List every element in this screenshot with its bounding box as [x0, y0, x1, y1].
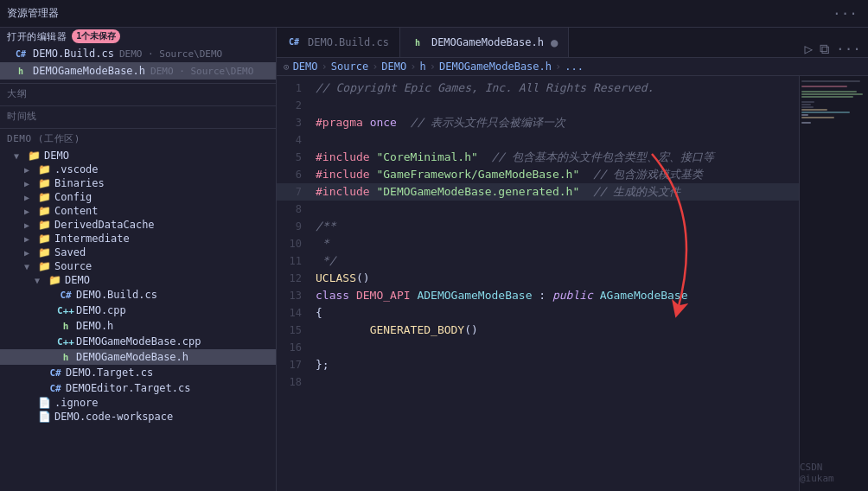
- line-number: 15: [277, 322, 316, 339]
- top-bar-menu[interactable]: ···: [833, 5, 858, 22]
- arrow-icon: ▶: [24, 248, 35, 258]
- breadcrumb-demo[interactable]: DEMO: [293, 61, 318, 73]
- line-number: 8: [277, 201, 316, 218]
- open-file-build-cs[interactable]: C# DEMO.Build.cs DEMO · Source\DEMO: [0, 45, 276, 62]
- tab-build-cs[interactable]: C# DEMO.Build.cs: [277, 28, 400, 57]
- code-line: 15 GENERATED_BODY(): [277, 322, 799, 339]
- code-line: 8: [277, 201, 799, 218]
- tree-item-config[interactable]: ▶ 📁 Config: [0, 190, 276, 204]
- file-path: DEMO · Source\DEMO: [119, 48, 222, 60]
- main-layout: 打开的编辑器 1个未保存 C# DEMO.Build.cs DEMO · Sou…: [0, 28, 868, 491]
- folder-icon: 📁: [38, 163, 51, 175]
- file-name: DEMOGameModeBase.h: [33, 65, 145, 77]
- tree-label: Config: [54, 191, 92, 203]
- tree-item-content[interactable]: ▶ 📁 Content: [0, 204, 276, 218]
- tree-label: .ignore: [54, 397, 99, 409]
- tab-gamemode-h[interactable]: h DEMOGameModeBase.h ●: [400, 28, 569, 57]
- cs-file-icon: C#: [48, 366, 62, 379]
- open-file-header[interactable]: h DEMOGameModeBase.h DEMO · Source\DEMO: [0, 62, 276, 80]
- folder-icon: 📁: [38, 246, 51, 258]
- breadcrumb-more[interactable]: ...: [565, 61, 584, 73]
- breadcrumb: ⊙ DEMO › Source › DEMO › h › DEMOGameMod…: [277, 58, 868, 76]
- tree-label: DEMOEditor.Target.cs: [66, 382, 191, 394]
- tab-bar-actions: ▷ ⧉ ···: [797, 41, 868, 57]
- line-number: 11: [277, 252, 316, 270]
- folder-open-icon: 📁: [28, 150, 41, 162]
- tree-item-saved[interactable]: ▶ 📁 Saved: [0, 246, 276, 259]
- code-line: 4: [277, 131, 799, 149]
- tree-item-source[interactable]: ▼ 📁 Source: [0, 259, 276, 273]
- tree-label: DEMO.Target.cs: [66, 367, 153, 379]
- line-number: 5: [277, 149, 316, 166]
- tree-item-target-cs[interactable]: C# DEMO.Target.cs: [0, 365, 276, 380]
- line-content: #pragma once // 表示头文件只会被编译一次: [316, 114, 799, 131]
- file-tree[interactable]: ▼ 📁 DEMO ▶ 📁 .vscode ▶ 📁 Binaries ▶ 📁 Co…: [0, 149, 276, 491]
- tree-label: DEMO.Build.cs: [76, 289, 157, 301]
- line-number: 3: [277, 114, 316, 131]
- outline-label: 大纲: [7, 88, 27, 99]
- tree-item-gamemode-h[interactable]: h DEMOGameModeBase.h: [0, 349, 276, 365]
- folder-icon: 📁: [38, 177, 51, 189]
- editor-area: C# DEMO.Build.cs h DEMOGameModeBase.h ● …: [277, 28, 868, 491]
- breadcrumb-h[interactable]: h: [420, 61, 426, 73]
- tree-item-demo-cpp[interactable]: C++ DEMO.cpp: [0, 303, 276, 318]
- tree-label: .vscode: [54, 163, 99, 175]
- watermark: CSDN @iukam: [800, 462, 861, 484]
- tree-label: Saved: [54, 246, 86, 258]
- code-editor[interactable]: 1 // Copyright Epic Games, Inc. All Righ…: [277, 76, 799, 491]
- line-content: [316, 131, 799, 149]
- breadcrumb-file[interactable]: DEMOGameModeBase.h: [439, 61, 552, 73]
- arrow-icon: ▼: [35, 276, 45, 285]
- cpp-file-icon: C++: [59, 303, 73, 317]
- tree-item-vscode[interactable]: ▶ 📁 .vscode: [0, 163, 276, 176]
- line-number: 1: [277, 80, 316, 97]
- breadcrumb-demo2[interactable]: DEMO: [381, 61, 406, 73]
- line-content: *: [316, 235, 799, 252]
- tree-label: DEMOGameModeBase.cpp: [76, 335, 201, 348]
- tree-item-ignore[interactable]: 📄 .ignore: [0, 396, 276, 410]
- folder-icon: 📁: [38, 233, 51, 245]
- h-tab-icon: h: [411, 35, 424, 49]
- code-line: 3 #pragma once // 表示头文件只会被编译一次: [277, 114, 799, 131]
- line-number: 18: [277, 373, 316, 391]
- line-number: 17: [277, 356, 316, 373]
- line-number: 7: [277, 183, 316, 201]
- tree-item-deriveddata[interactable]: ▶ 📁 DerivedDataCache: [0, 218, 276, 232]
- folder-open-icon: 📁: [48, 274, 61, 286]
- tree-item-editor-target[interactable]: C# DEMOEditor.Target.cs: [0, 380, 276, 396]
- tree-item-binaries[interactable]: ▶ 📁 Binaries: [0, 176, 276, 190]
- tree-label: DEMO: [44, 150, 69, 162]
- code-line: 6 #include "GameFramework/GameModeBase.h…: [277, 166, 799, 183]
- line-content: GENERATED_BODY(): [316, 322, 799, 339]
- cs-icon: C#: [14, 47, 28, 61]
- split-icon[interactable]: ⧉: [820, 41, 829, 57]
- tree-item-workspace[interactable]: 📄 DEMO.code-workspace: [0, 410, 276, 424]
- tree-item-demo-root[interactable]: ▼ 📁 DEMO: [0, 149, 276, 163]
- folder-icon: 📁: [38, 219, 51, 231]
- run-icon[interactable]: ▷: [804, 41, 813, 57]
- line-content: #include "DEMOGameModeBase.generated.h" …: [316, 183, 799, 201]
- line-number: 16: [277, 339, 316, 356]
- more-icon[interactable]: ···: [836, 41, 861, 57]
- line-number: 13: [277, 287, 316, 304]
- line-number: 10: [277, 235, 316, 252]
- tree-item-intermediate[interactable]: ▶ 📁 Intermediate: [0, 232, 276, 246]
- arrow-icon: ▶: [24, 165, 35, 175]
- tree-item-gamemode-cpp[interactable]: C++ DEMOGameModeBase.cpp: [0, 334, 276, 349]
- tree-label: DEMO.code-workspace: [54, 411, 173, 423]
- h-file-icon: h: [59, 350, 73, 364]
- breadcrumb-sep: ›: [430, 61, 436, 73]
- breadcrumb-source[interactable]: Source: [331, 61, 368, 73]
- line-number: 9: [277, 218, 316, 235]
- cs-file-icon: C#: [59, 288, 73, 302]
- top-bar: 资源管理器 ···: [0, 0, 868, 28]
- tree-item-demo-sub[interactable]: ▼ 📁 DEMO: [0, 273, 276, 287]
- line-content: };: [316, 356, 799, 373]
- tab-close-icon[interactable]: ●: [551, 35, 558, 49]
- breadcrumb-sep: ›: [410, 61, 416, 73]
- unsaved-badge: 1个未保存: [72, 29, 120, 43]
- cs-file-icon: C#: [48, 381, 62, 395]
- line-content: [316, 373, 799, 391]
- tree-item-build-cs[interactable]: C# DEMO.Build.cs: [0, 287, 276, 303]
- tree-item-demo-h[interactable]: h DEMO.h: [0, 318, 276, 334]
